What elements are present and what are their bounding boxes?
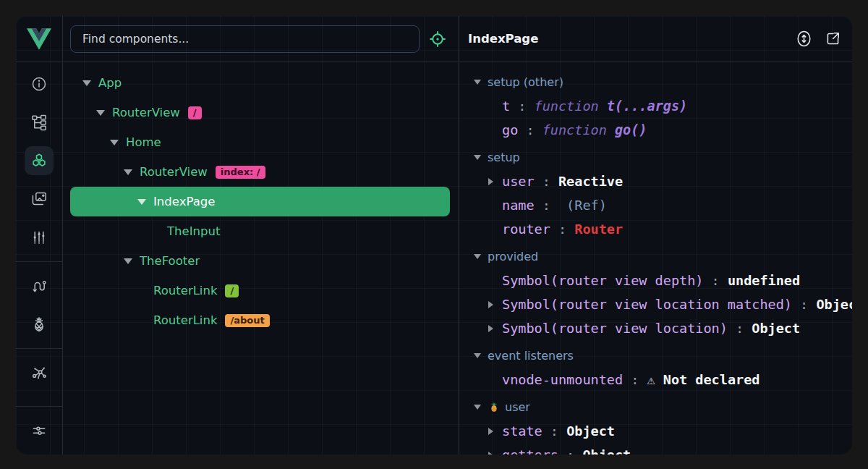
sidebar-divider [16, 348, 62, 349]
expand-arrow-icon[interactable] [81, 80, 93, 86]
search-input[interactable] [70, 25, 420, 53]
section-header[interactable]: setup [459, 145, 852, 169]
vue-logo-icon [27, 28, 51, 50]
hierarchy-icon [30, 114, 48, 131]
route-badge: /about [225, 314, 269, 327]
triangle-down-icon [474, 254, 481, 259]
tree-row[interactable]: RouterLink/about [63, 305, 459, 335]
triangle-down-icon [96, 110, 105, 116]
components-tab-button[interactable] [25, 146, 54, 175]
triangle-right-icon [488, 178, 493, 185]
key-value-separator: : [518, 122, 542, 138]
section-label: user [505, 400, 530, 414]
inspector-body: setup (other)t : function t(...args)go :… [459, 62, 852, 455]
key-value-separator: : [558, 447, 582, 455]
tree-row[interactable]: RouterView/ [63, 98, 459, 127]
state-entry: router : Router [459, 217, 852, 241]
settings-button[interactable] [25, 416, 54, 445]
state-entry: t : function t(...args) [459, 94, 852, 118]
section-header[interactable]: provided [459, 244, 852, 269]
devtools-window: AppRouterView/HomeRouterViewindex: /Inde… [16, 16, 852, 455]
tree-row[interactable]: TheInput [63, 216, 459, 246]
expand-arrow-icon[interactable] [122, 169, 134, 175]
graph-icon [30, 364, 48, 381]
component-name: TheFooter [140, 254, 200, 268]
expand-arrow-icon[interactable] [122, 258, 134, 264]
router-tab-button[interactable] [25, 271, 54, 300]
state-value: Object [752, 321, 800, 336]
sidebar-icon-list [16, 62, 62, 455]
expand-arrow-icon[interactable] [136, 199, 148, 205]
state-value: go() [615, 122, 647, 138]
triangle-down-icon [474, 80, 481, 85]
state-entry[interactable]: Symbol(router view location matched) : O… [459, 292, 852, 316]
entry-expand-icon[interactable] [488, 301, 502, 308]
section-label: provided [488, 250, 538, 263]
info-tab-button[interactable] [25, 69, 54, 98]
route-badge: / [225, 284, 239, 297]
target-icon [428, 30, 447, 48]
tree-row[interactable]: RouterViewindex: / [63, 157, 459, 187]
tree-row[interactable]: Home [63, 127, 459, 157]
state-value: Router [574, 221, 623, 237]
state-value: Object [582, 447, 631, 455]
pages-tab-button[interactable] [25, 108, 54, 137]
tree-row[interactable]: RouterLink/ [63, 276, 459, 305]
state-entry[interactable]: getters : Object [459, 443, 852, 455]
triangle-down-icon [474, 405, 481, 410]
triangle-right-icon [488, 428, 493, 435]
key-value-separator: : [535, 174, 558, 189]
sidebar-divider [16, 261, 62, 262]
key-value-separator: : [510, 98, 534, 114]
components-toolbar [63, 16, 459, 62]
inspector-section: userstate : Objectgetters : Object [459, 394, 852, 455]
scroll-to-component-button[interactable] [795, 29, 813, 48]
pinia-tab-button[interactable] [25, 310, 54, 339]
key-value-separator: : [623, 372, 647, 387]
sliders-icon [30, 422, 48, 439]
pinia-store-icon [488, 401, 500, 413]
triangle-right-icon [488, 452, 493, 455]
inspector-header: IndexPage [459, 16, 852, 62]
triangle-down-icon [124, 258, 132, 264]
inspector-section: providedSymbol(router view depth) : unde… [459, 244, 852, 340]
inspector-section: event listenersvnode-unmounted : ⚠ Not d… [459, 343, 852, 392]
state-key: router [502, 221, 550, 237]
tree-row[interactable]: App [63, 68, 459, 98]
state-value: (Ref) [558, 198, 607, 213]
state-entry[interactable]: user : Reactive [459, 169, 852, 193]
inspector-title: IndexPage [468, 32, 784, 46]
state-key: go [502, 122, 518, 138]
expand-arrow-icon[interactable] [109, 140, 120, 145]
state-entry[interactable]: Symbol(router view location) : Object [459, 316, 852, 340]
state-entry: vnode-unmounted : ⚠ Not declared [459, 368, 852, 392]
component-name: RouterLink [153, 313, 217, 327]
triangle-down-icon [124, 169, 132, 175]
tree-row[interactable]: IndexPage [70, 187, 450, 216]
select-component-button[interactable] [428, 30, 447, 48]
expand-arrow-icon[interactable] [95, 110, 106, 116]
section-header[interactable]: setup (other) [459, 69, 852, 94]
state-entry[interactable]: state : Object [459, 419, 852, 443]
entry-expand-icon[interactable] [488, 178, 502, 185]
state-key: t [502, 98, 510, 114]
inspector-section: setupuser : Reactivename : (Ref)router :… [459, 145, 852, 241]
section-header[interactable]: event listeners [459, 343, 852, 368]
entry-expand-icon[interactable] [488, 428, 502, 435]
entry-expand-icon[interactable] [488, 325, 502, 332]
pinia-store-icon [488, 401, 500, 413]
assets-tab-button[interactable] [25, 185, 54, 214]
pineapple-icon [30, 316, 48, 333]
section-header[interactable]: user [459, 394, 852, 419]
timeline-tab-button[interactable] [25, 223, 54, 252]
triangle-down-icon [82, 80, 91, 86]
state-key: getters [502, 447, 558, 455]
open-in-editor-button[interactable] [824, 30, 842, 48]
graph-tab-button[interactable] [25, 358, 54, 387]
tree-row[interactable]: TheFooter [63, 246, 459, 276]
entry-expand-icon[interactable] [488, 452, 502, 455]
state-key: name [502, 198, 535, 213]
state-key: state [502, 423, 542, 439]
section-label: setup (other) [488, 75, 563, 89]
state-entry: name : (Ref) [459, 193, 852, 217]
